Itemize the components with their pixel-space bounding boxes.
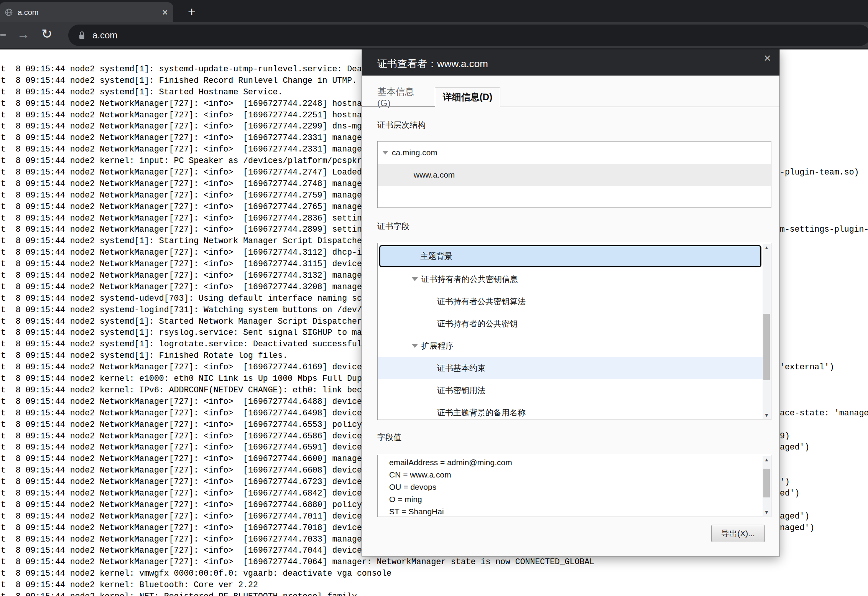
tree-item[interactable]: ca.ming.com [378, 142, 771, 164]
log-line-fragment: ace-state: 'manage [780, 408, 868, 419]
close-icon[interactable]: × [764, 52, 771, 64]
scroll-up-icon[interactable]: ▲ [763, 457, 771, 463]
tree-item[interactable]: 证书持有者的公共密钥 [378, 313, 763, 335]
expander-icon[interactable] [412, 277, 418, 281]
log-line: t 8 09:15:44 node2 NetworkManager[727]: … [1, 556, 594, 568]
certificate-viewer-dialog: 证书查看者：www.a.com × 基本信息(G) 详细信息(D) 证书层次结构… [362, 49, 779, 556]
reload-icon[interactable]: ↻ [41, 26, 53, 41]
tree-item-label: www.a.com [414, 170, 455, 179]
lock-icon [78, 31, 85, 40]
scroll-up-icon[interactable]: ▲ [763, 245, 771, 250]
log-line-fragment: m-settings-plugin- [780, 224, 868, 235]
tree-item[interactable]: 主题背景 [379, 245, 761, 267]
field-value-line: ST = ShangHai [378, 505, 757, 517]
field-value-line: emailAddress = admin@ming.com [378, 456, 757, 469]
log-line-fragment: 9) [780, 431, 790, 442]
tree-item[interactable]: 证书基本约束 [378, 357, 763, 379]
address-bar[interactable]: a.com [68, 25, 868, 46]
fields-scrollbar[interactable]: ▲ ▼ [763, 244, 771, 419]
field-value-label: 字段值 [377, 432, 401, 443]
log-line-fragment: 'external') [780, 362, 834, 373]
tree-item-label: 证书持有者的公共密钥 [437, 318, 518, 329]
field-value-line: CN = www.a.com [378, 469, 757, 481]
expander-icon[interactable] [412, 344, 418, 348]
log-line-fragment: ') [780, 476, 790, 488]
log-line-fragment: aged') [780, 442, 809, 453]
hierarchy-label: 证书层次结构 [377, 120, 426, 130]
field-value-panel: emailAddress = admin@ming.comCN = www.a.… [377, 455, 771, 517]
tab-details[interactable]: 详细信息(D) [435, 87, 500, 107]
tree-item-label: 证书持有者公共密钥算法 [437, 296, 526, 307]
tab-strip: a.com × + [0, 0, 868, 22]
field-value-line: O = ming [378, 493, 757, 505]
field-value-text: emailAddress = admin@ming.comCN = www.a.… [378, 456, 757, 517]
tree-item-label: 证书基本约束 [437, 363, 485, 374]
tree-item[interactable]: 证书主题背景的备用名称 [378, 402, 763, 420]
scrollbar-thumb[interactable] [763, 469, 770, 497]
log-line-fragment: aged') [780, 511, 809, 522]
url-text: a.com [92, 30, 117, 41]
tab-title: a.com [18, 8, 162, 17]
dialog-title: 证书查看者：www.a.com [377, 57, 488, 71]
tree-item[interactable]: 证书密钥用法 [378, 379, 763, 402]
back-icon[interactable] [0, 34, 6, 36]
forward-icon[interactable]: → [17, 27, 30, 42]
log-line: t 8 09:15:44 node2 kernel: NET: Register… [1, 591, 594, 596]
log-line: t 8 09:15:44 node2 kernel: Bluetooth: Co… [1, 580, 594, 591]
tab-close-icon[interactable]: × [162, 7, 168, 17]
fields-label: 证书字段 [377, 221, 409, 232]
export-button[interactable]: 导出(X)... [711, 525, 765, 542]
log-line-fragment: ed') [780, 488, 800, 499]
dialog-header: 证书查看者：www.a.com × [362, 49, 779, 76]
field-value-line: OU = devops [378, 481, 757, 493]
tree-item-label: 证书主题背景的备用名称 [437, 407, 526, 418]
certificate-fields-tree: ▲ ▼ 主题背景证书持有者的公共密钥信息证书持有者公共密钥算法证书持有者的公共密… [377, 243, 771, 420]
scroll-down-icon[interactable]: ▼ [763, 412, 771, 418]
tree-item[interactable]: 证书持有者公共密钥算法 [378, 290, 763, 313]
browser-tab[interactable]: a.com × [0, 2, 173, 22]
log-line: t 8 09:15:44 node2 kernel: vmwgfx 0000:0… [1, 568, 594, 580]
log-line-fragment: -plugin-team.so) [780, 167, 859, 178]
tree-item-label: ca.ming.com [392, 148, 437, 157]
certificate-hierarchy-list: ca.ming.comwww.a.com [377, 141, 771, 208]
toolbar-divider [0, 48, 868, 49]
new-tab-button[interactable]: + [183, 3, 200, 20]
tree-item[interactable]: www.a.com [378, 164, 771, 186]
tree-item[interactable]: 扩展程序 [378, 335, 763, 357]
browser-toolbar: → ↻ a.com [0, 22, 868, 48]
tree-item-label: 证书密钥用法 [437, 385, 485, 396]
tab-baseline-left [362, 106, 435, 107]
tab-baseline-right [500, 107, 779, 107]
value-scrollbar[interactable]: ▲ ▼ [763, 456, 771, 516]
scrollbar-thumb[interactable] [763, 314, 770, 380]
tab-general[interactable]: 基本信息(G) [377, 87, 427, 106]
tree-item-label: 证书持有者的公共密钥信息 [421, 274, 518, 285]
log-line-fragment: naged') [780, 522, 814, 534]
tree-item-label: 主题背景 [420, 251, 452, 262]
tree-item[interactable]: 证书持有者的公共密钥信息 [378, 268, 763, 290]
expander-icon[interactable] [382, 151, 388, 155]
tree-item-label: 扩展程序 [421, 341, 454, 351]
scroll-down-icon[interactable]: ▼ [763, 509, 771, 515]
globe-favicon-icon [5, 8, 13, 16]
